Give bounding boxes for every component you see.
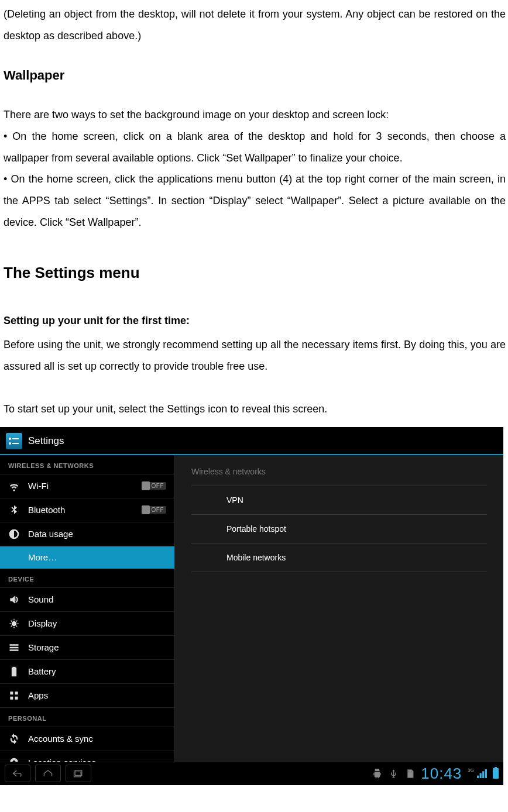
- recent-apps-button[interactable]: [66, 765, 91, 782]
- display-icon: [8, 618, 20, 629]
- sidebar-item-more[interactable]: More…: [0, 546, 174, 569]
- panel-item-hotspot[interactable]: Portable hotspot: [191, 515, 487, 543]
- sidebar-item-label: Data usage: [28, 529, 73, 539]
- settings-detail-panel: Wireless & networks VPN Portable hotspot…: [174, 455, 503, 762]
- sidebar-item-location[interactable]: Location services: [0, 751, 174, 762]
- sidebar-item-label: Wi-Fi: [28, 481, 49, 491]
- sidebar-item-label: Display: [28, 618, 57, 628]
- system-navbar: 10:43 3G: [0, 762, 503, 785]
- sidebar-item-bluetooth[interactable]: Bluetooth OFF: [0, 498, 174, 522]
- storage-icon: [8, 642, 20, 653]
- sidebar-item-accounts[interactable]: Accounts & sync: [0, 727, 174, 751]
- sidebar-item-data-usage[interactable]: Data usage: [0, 522, 174, 546]
- bluetooth-icon: [8, 504, 20, 516]
- wallpaper-heading: Wallpaper: [4, 68, 506, 83]
- first-time-body: Before using the unit, we strongly recom…: [4, 334, 506, 377]
- category-device: DEVICE: [0, 569, 174, 588]
- sidebar-item-storage[interactable]: Storage: [0, 636, 174, 660]
- apps-icon: [8, 690, 20, 701]
- category-personal: PERSONAL: [0, 708, 174, 727]
- sync-icon: [8, 733, 20, 745]
- panel-item-vpn[interactable]: VPN: [191, 486, 487, 515]
- panel-item-mobile-networks[interactable]: Mobile networks: [191, 543, 487, 572]
- sidebar-item-label: Location services: [28, 758, 96, 762]
- usb-icon: [388, 768, 399, 779]
- settings-sidebar: WIRELESS & NETWORKS Wi-Fi OFF Bluetooth …: [0, 455, 174, 762]
- settings-header: Settings: [0, 427, 503, 455]
- wallpaper-bullet-2: • On the home screen, click the applicat…: [4, 168, 506, 233]
- start-setup-text: To start set up your unit, select the Se…: [4, 398, 506, 420]
- bluetooth-toggle[interactable]: OFF: [142, 506, 166, 514]
- location-icon: [8, 757, 20, 762]
- sidebar-item-display[interactable]: Display: [0, 612, 174, 636]
- wallpaper-intro: There are two ways to set the background…: [4, 104, 506, 126]
- clock: 10:43: [421, 765, 462, 783]
- signal-icon: [476, 768, 487, 779]
- delete-note: (Deleting an object from the desktop, wi…: [4, 4, 506, 47]
- sidebar-item-label: Bluetooth: [28, 505, 65, 515]
- sidebar-item-sound[interactable]: Sound: [0, 588, 174, 612]
- home-button[interactable]: [35, 765, 61, 782]
- back-button[interactable]: [5, 765, 30, 782]
- sidebar-item-label: Battery: [28, 666, 56, 676]
- sound-icon: [8, 594, 20, 605]
- sidebar-item-label: More…: [28, 552, 57, 562]
- battery-icon: [8, 666, 20, 677]
- sd-card-icon: [404, 768, 415, 779]
- category-wireless: WIRELESS & NETWORKS: [0, 455, 174, 474]
- wifi-toggle[interactable]: OFF: [142, 482, 166, 490]
- sidebar-item-label: Sound: [28, 594, 53, 604]
- settings-title: Settings: [28, 435, 64, 447]
- battery-icon: [493, 768, 499, 779]
- first-time-subhead: Setting up your unit for the first time:: [4, 310, 506, 332]
- network-type-badge: 3G: [468, 768, 474, 773]
- settings-screenshot: Settings WIRELESS & NETWORKS Wi-Fi OFF B…: [0, 427, 503, 785]
- sidebar-item-label: Apps: [28, 690, 48, 700]
- panel-heading: Wireless & networks: [175, 455, 503, 486]
- settings-menu-heading: The Settings menu: [4, 264, 506, 282]
- data-usage-icon: [8, 528, 20, 540]
- sidebar-item-label: Storage: [28, 642, 59, 652]
- sidebar-item-label: Accounts & sync: [28, 734, 93, 744]
- settings-app-icon: [6, 433, 22, 449]
- sidebar-item-battery[interactable]: Battery: [0, 660, 174, 684]
- wallpaper-bullet-1: • On the home screen, click on a blank a…: [4, 126, 506, 169]
- android-debug-icon: [372, 768, 382, 779]
- sidebar-item-wifi[interactable]: Wi-Fi OFF: [0, 474, 174, 498]
- sidebar-item-apps[interactable]: Apps: [0, 684, 174, 708]
- wifi-icon: [8, 480, 20, 492]
